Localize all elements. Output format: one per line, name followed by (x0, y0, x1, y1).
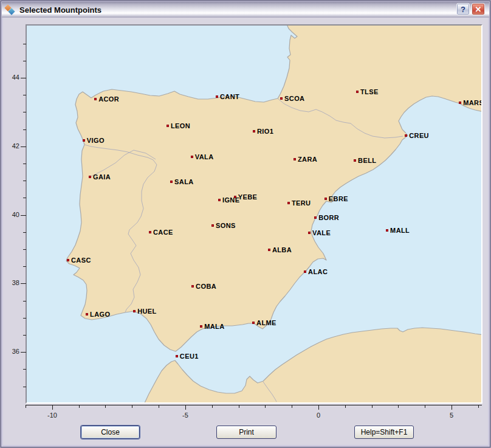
y-minor-tick (23, 164, 26, 164)
print-button[interactable]: Print (216, 426, 276, 439)
y-minor-tick (23, 232, 26, 233)
y-minor-tick (23, 61, 26, 61)
y-tick-label-38: 38 (4, 279, 19, 286)
x-minor-tick (398, 405, 399, 408)
x-tick-label-0: 0 (305, 412, 332, 419)
window-title: Selected Mountpoints (19, 5, 489, 15)
y-minor-tick (23, 266, 26, 267)
y-minor-tick (23, 44, 26, 44)
y-minor-tick (23, 181, 26, 181)
x-minor-tick (212, 405, 213, 408)
y-minor-tick (23, 198, 26, 198)
y-tick-label-40: 40 (4, 211, 19, 218)
y-major-tick-44 (21, 78, 26, 78)
x-minor-tick (132, 405, 132, 408)
x-minor-tick (265, 405, 266, 408)
close-button[interactable]: Close (81, 426, 140, 439)
help-shortcut-button[interactable]: Help=Shift+F1 (354, 426, 414, 439)
y-major-tick-36 (21, 352, 26, 353)
x-major-tick--5 (185, 405, 186, 410)
y-major-tick-40 (21, 215, 26, 216)
iberia-map (27, 26, 481, 402)
x-minor-tick (345, 405, 346, 408)
y-tick-label-36: 36 (4, 348, 19, 355)
app-icon (5, 5, 16, 15)
map-plot: ACORCANTSCOATLSEMARSLEONRIO1CREUVIGOVALA… (26, 24, 482, 404)
x-major-tick-5 (452, 405, 452, 410)
y-minor-tick (23, 387, 26, 387)
y-minor-tick (23, 301, 26, 302)
titlebar[interactable]: Selected Mountpoints (2, 2, 489, 18)
titlebar-close-icon[interactable]: ✕ (472, 3, 485, 15)
titlebar-help-button[interactable]: ? (456, 3, 470, 15)
x-minor-tick (105, 405, 106, 408)
x-tick-label-5: 5 (438, 412, 465, 419)
y-minor-tick (23, 249, 26, 250)
y-major-tick-42 (21, 146, 26, 147)
x-minor-tick (79, 405, 80, 408)
x-tick-label--5: -5 (172, 412, 199, 419)
x-minor-tick (26, 405, 26, 408)
x-tick-label--10: -10 (39, 412, 66, 419)
x-minor-tick (372, 405, 373, 408)
y-tick-label-42: 42 (4, 142, 19, 150)
x-major-tick-0 (318, 405, 319, 410)
y-major-tick-38 (21, 283, 26, 284)
x-major-tick--10 (52, 405, 53, 410)
x-minor-tick (292, 405, 292, 408)
x-minor-tick (425, 405, 425, 408)
y-minor-tick (23, 335, 26, 336)
y-tick-label-44: 44 (4, 74, 19, 81)
selected-mountpoints-window: Selected Mountpoints ? ✕ ACORCANTSCOATLS… (0, 0, 491, 448)
x-minor-tick (159, 405, 159, 408)
x-minor-tick (478, 405, 479, 408)
x-axis-line (26, 405, 482, 405)
y-minor-tick (23, 129, 26, 130)
y-minor-tick (23, 95, 26, 95)
x-minor-tick (239, 405, 239, 408)
y-minor-tick (23, 318, 26, 319)
y-minor-tick (23, 369, 26, 370)
y-minor-tick (23, 112, 26, 112)
